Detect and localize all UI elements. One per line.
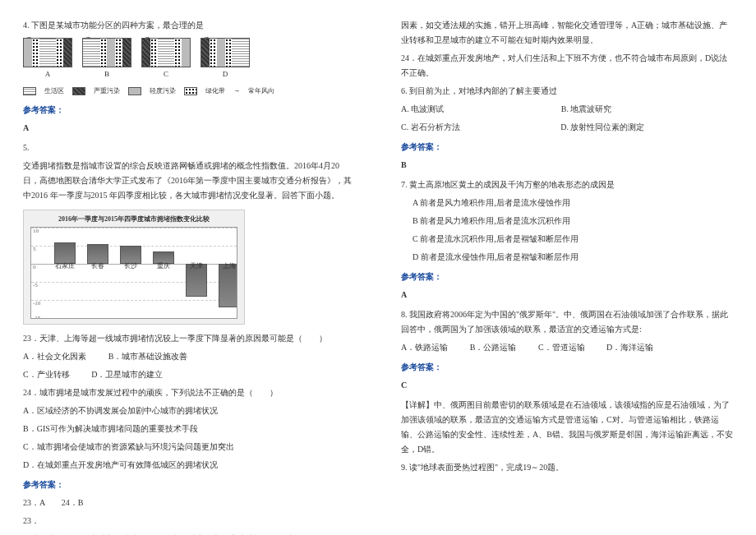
q7-prompt: 7. 黄土高原地区黄土的成因及千沟万壑的地表形态的成因是 — [401, 178, 733, 192]
q5-explanation: 天津、上海等超一线城市拥堵情况较下降上一季度显著，这种时间短见效快的原因最可能是… — [23, 532, 355, 535]
q24-prompt: 24．城市拥堵是城市发展过程中的顽疾，下列说法不正确的是（ ） — [23, 385, 355, 400]
q6-prompt: 6. 到目前为止，对地球内部的了解主要通过 — [401, 84, 733, 99]
q5-answer-line: 23．A 24．B — [23, 496, 355, 510]
q7-opt-d: D 前者是流水侵蚀作用,后者是褶皱和断层作用 — [413, 250, 733, 265]
q4-answer: A — [23, 121, 355, 136]
q8-explanation: 【详解】中、俄两图目前最密切的联系领域是在石油领域，该领域指的应是石油领域，为了… — [401, 398, 733, 457]
q6-options-cd: C. 岩石分析方法 D. 放射性同位素的测定 — [401, 120, 733, 135]
q5-answer-label: 参考答案： — [23, 477, 355, 492]
q5-context: 交通拥堵指数是指城市设置的综合反映道路网畅通或拥堵的概念性指数值。2016年4月… — [23, 159, 355, 203]
q4-diagrams: → A → B → — [23, 38, 355, 81]
q8-answer-label: 参考答案： — [401, 360, 733, 375]
q7-opt-b: B 前者是风力堆积作用,后者是流水沉积作用 — [413, 214, 733, 228]
q8-prompt: 8. 我国政府将2006年定为中国的"俄罗斯年"。中、俄两国在石油领域加强了合作… — [401, 307, 733, 337]
q6-answer: B — [401, 158, 733, 173]
q7-answer: A — [401, 288, 733, 302]
q9-prompt: 9. 读"地球表面受热过程图"，完成19～20题。 — [401, 460, 733, 475]
q7-answer-label: 参考答案： — [401, 270, 733, 284]
q6-options-ab: A. 电波测试 B. 地震波研究 — [401, 102, 733, 117]
q7-opt-c: C 前者是流水沉积作用,后者是褶皱和断层作用 — [413, 232, 733, 247]
q24-opt-c: C．城市拥堵会使城市的资源紧缺与环境污染问题更加突出 — [23, 440, 355, 454]
q24-opt-b: B．GIS可作为解决城市拥堵问题的重要技术手段 — [23, 422, 355, 436]
q5-cont-line2: 24．在城郊重点开发房地产，对人们生活和上下班不方便，也不符合城市布局原则，D说… — [401, 51, 733, 81]
q23-prompt: 23．天津、上海等超一线城市拥堵情况较上一季度下降显著的原因最可能是（ ） — [23, 331, 355, 346]
diagram-d: → D — [201, 38, 250, 81]
q24-opt-a: A．区域经济的不协调发展会加剧中心城市的拥堵状况 — [23, 404, 355, 418]
q8-answer: C — [401, 378, 733, 393]
q8-options: A．铁路运输 B．公路运输 C．管道运输 D．海洋运输 — [401, 340, 733, 355]
q4-answer-label: 参考答案： — [23, 103, 355, 118]
diagram-a: → A — [23, 38, 72, 81]
q5-number: 5. — [23, 141, 355, 155]
q4-legend: 生活区 严重污染 轻度污染 绿化带 →常年风向 — [23, 85, 355, 97]
q23-options-ab: A．社会文化因素 B．城市基础设施改善 — [23, 349, 355, 364]
congestion-chart: 2016年一季度与2015年四季度城市拥堵指数变化比较 10 5 0 -5 -1… — [23, 210, 245, 325]
q4-prompt: 4. 下图是某城市功能分区的四种方案，最合理的是 — [23, 18, 355, 33]
q5-cont-line1: 因素，如交通法规的实施，错开上班高峰，智能化交通管理等，A正确；城市基础设施、产… — [401, 18, 733, 48]
q24-opt-d: D．在城郊重点开发房地产可有效降低城区的拥堵状况 — [23, 458, 355, 473]
diagram-b: → B — [82, 38, 131, 81]
q6-answer-label: 参考答案： — [401, 140, 733, 155]
chart-title: 2016年一季度与2015年四季度城市拥堵指数变化比较 — [27, 214, 241, 225]
q5-exp-num: 23． — [23, 514, 355, 528]
q7-opt-a: A 前者是风力堆积作用,后者是流水侵蚀作用 — [413, 196, 733, 210]
chart-area: 10 5 0 -5 -10 -15 石家庄 长春 长沙 重庆 天津 上海 — [30, 227, 237, 319]
diagram-c: → C — [141, 38, 191, 81]
q23-options-cd: C．产业转移 D．卫星城市的建立 — [23, 367, 355, 382]
